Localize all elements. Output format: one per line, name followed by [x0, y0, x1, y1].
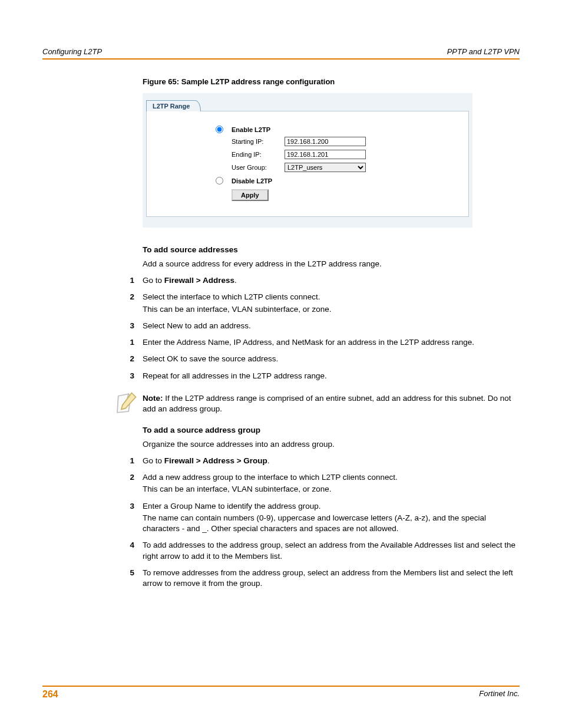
- disable-l2tp-label: Disable L2TP: [232, 177, 285, 185]
- step-body: Select New to add an address.: [143, 321, 520, 332]
- step-row: 3Select New to add an address.: [143, 321, 520, 332]
- page-number: 264: [42, 689, 58, 700]
- step-number: 1: [123, 456, 143, 467]
- step-row: 5To remove addresses from the address gr…: [143, 568, 520, 590]
- panel-body: Enable L2TP Starting IP: Ending IP:: [146, 111, 469, 217]
- step-number: 2: [123, 472, 143, 496]
- step-number: 2: [123, 354, 143, 365]
- step-row: 1Enter the Address Name, IP Address, and…: [143, 337, 520, 349]
- step-body: Enter the Address Name, IP Address, and …: [143, 337, 520, 349]
- step-number: 1: [123, 275, 143, 287]
- starting-ip-input[interactable]: [285, 137, 366, 146]
- note-text: Note: If the L2TP address range is compr…: [143, 393, 520, 414]
- enable-l2tp-label: Enable L2TP: [232, 126, 285, 133]
- step-body: To remove addresses from the address gro…: [143, 568, 520, 590]
- intro-text-b: Organize the source addresses into an ad…: [143, 439, 520, 450]
- step-row: 3Enter a Group Name to identify the addr…: [143, 501, 520, 536]
- figure-caption: Figure 65: Sample L2TP address range con…: [143, 77, 520, 86]
- step-number: 4: [123, 540, 143, 562]
- page-footer: 264 Fortinet Inc.: [42, 686, 520, 700]
- step-row: 2Add a new address group to the interfac…: [143, 472, 520, 496]
- step-row: 2Select the interface to which L2TP clie…: [143, 292, 520, 315]
- step-number: 3: [123, 321, 143, 332]
- disable-l2tp-radio[interactable]: [216, 177, 223, 185]
- note-block: Note: If the L2TP address range is compr…: [113, 391, 520, 417]
- step-body: Select the interface to which L2TP clien…: [143, 292, 520, 315]
- heading-add-source-addresses: To add source addresses: [143, 245, 520, 254]
- header-rule: [42, 58, 520, 60]
- step-row: 3Repeat for all addresses in the L2TP ad…: [143, 371, 520, 383]
- enable-l2tp-radio[interactable]: [216, 126, 223, 133]
- l2tp-range-panel: L2TP Range Enable L2TP Starting IP: Endi: [143, 93, 472, 228]
- step-row: 1Go to Firewall > Address > Group.: [143, 456, 520, 467]
- step-body: Select OK to save the source address.: [143, 354, 520, 365]
- tab-strip: L2TP Range: [143, 97, 472, 111]
- step-row: 1Go to Firewall > Address.: [143, 275, 520, 287]
- step-number: 1: [123, 337, 143, 349]
- intro-text-a: Add a source address for every address i…: [143, 259, 520, 269]
- step-row: 4To add addresses to the address group, …: [143, 540, 520, 562]
- step-body: Repeat for all addresses in the L2TP add…: [143, 371, 520, 383]
- note-icon: [113, 391, 138, 417]
- user-group-select[interactable]: L2TP_users: [285, 163, 366, 172]
- header-right: PPTP and L2TP VPN: [447, 47, 520, 56]
- header-left: Configuring L2TP: [42, 47, 102, 56]
- step-number: 5: [123, 568, 143, 590]
- step-body: To add addresses to the address group, s…: [143, 540, 520, 562]
- heading-add-source-address-group: To add a source address group: [143, 426, 520, 434]
- step-body: Add a new address group to the interface…: [143, 472, 520, 496]
- step-row: 2Select OK to save the source address.: [143, 354, 520, 365]
- page-header: Configuring L2TP PPTP and L2TP VPN: [42, 47, 520, 58]
- ending-ip-input[interactable]: [285, 150, 366, 159]
- step-body: Go to Firewall > Address > Group.: [143, 456, 520, 467]
- step-number: 3: [123, 371, 143, 383]
- step-number: 3: [123, 501, 143, 536]
- step-number: 2: [123, 292, 143, 315]
- footer-company: Fortinet Inc.: [479, 689, 520, 700]
- user-group-label: User Group:: [232, 164, 285, 171]
- tab-l2tp-range[interactable]: L2TP Range: [146, 100, 201, 111]
- step-body: Enter a Group Name to identify the addre…: [143, 501, 520, 536]
- step-body: Go to Firewall > Address.: [143, 275, 520, 287]
- apply-button[interactable]: Apply: [232, 189, 269, 201]
- ending-ip-label: Ending IP:: [232, 151, 285, 158]
- starting-ip-label: Starting IP:: [232, 138, 285, 145]
